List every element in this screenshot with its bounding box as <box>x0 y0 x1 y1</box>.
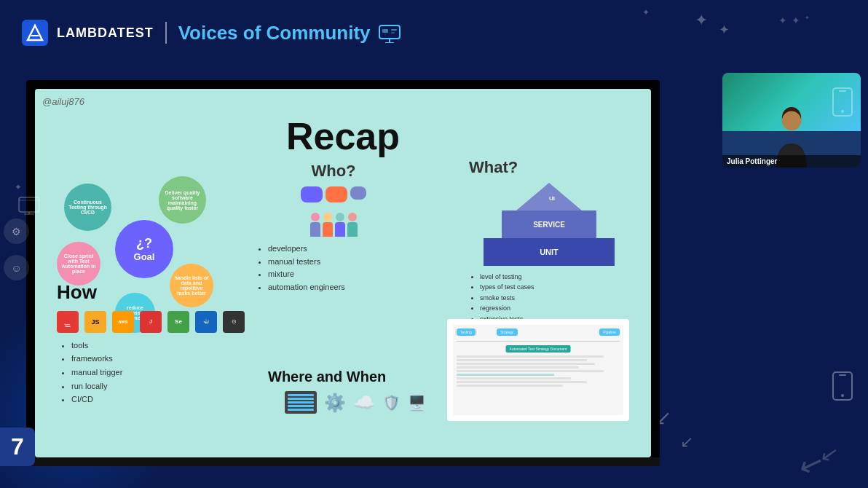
slide-content: @ailuj876 Recap Continuous Testing throu… <box>35 89 651 457</box>
svg-rect-15 <box>19 197 39 212</box>
shield-icon: 🛡️ <box>382 394 401 412</box>
testing-pyramid: UI SERVICE UNIT <box>469 183 629 266</box>
video-bottom-bar <box>26 457 660 466</box>
bubble-quality: Deliver quality software maintaining qua… <box>159 176 206 224</box>
svg-rect-4 <box>382 29 388 33</box>
pyramid-service: SERVICE <box>502 210 596 238</box>
how-item-3: manual trigger <box>71 366 261 379</box>
jenkins-icon: J <box>140 311 162 333</box>
smiley-icon: ☺ <box>4 255 29 280</box>
chat-bubbles <box>301 186 366 202</box>
monitor-icon: 🖥️ <box>408 394 426 412</box>
phone-icon-top-right <box>828 84 857 120</box>
bubble-ci-cd: Continuous Testing through CI/CD <box>64 184 111 231</box>
main-content: @ailuj876 Recap Continuous Testing throu… <box>0 66 686 488</box>
how-title: How <box>57 281 261 304</box>
where-section: Where and When ⚙️ ☁️ 🛡️ <box>268 369 443 414</box>
javascript-icon: JS <box>84 311 106 333</box>
person-2 <box>323 213 333 237</box>
bubble-goal: ¿? Goal <box>115 220 173 278</box>
chat-bubble-orange <box>326 186 347 202</box>
who-item-2: manual testers <box>268 256 414 269</box>
svg-point-13 <box>841 394 844 397</box>
what-item-4: regression <box>480 303 629 313</box>
where-icons: ⚙️ ☁️ 🛡️ 🖥️ <box>268 391 443 414</box>
diagram-rows <box>457 355 620 388</box>
chat-bubble-purple <box>301 186 323 202</box>
tech-icons-row: JS aws J Se 🐳 <box>57 311 261 333</box>
lambdatest-logo-icon <box>22 20 48 46</box>
pyramid-top: UI <box>516 183 582 210</box>
people-illustration <box>253 213 414 237</box>
who-item-4: automation engineers <box>268 281 414 294</box>
what-item-2: types of test cases <box>480 282 629 292</box>
aws-icon: aws <box>112 311 134 333</box>
how-item-4: run locally <box>71 379 261 393</box>
slide-title: Recap <box>57 114 629 158</box>
docker-icon: 🐳 <box>195 311 217 333</box>
diagram-node-3: Pipeline <box>599 328 620 336</box>
who-item-1: developers <box>268 243 414 256</box>
who-item-3: mixture <box>268 268 414 281</box>
diagram-inner: Testing Strategy Pipeline Automated Test… <box>453 325 623 415</box>
header-divider <box>165 22 167 44</box>
settings-icon: ⚙ <box>4 219 29 244</box>
speaker-name: Julia Pottinger <box>722 155 861 168</box>
chat-bubble-small <box>350 186 366 200</box>
svg-rect-14 <box>839 374 846 376</box>
who-title: Who? <box>253 162 414 181</box>
selenium-icon: Se <box>167 311 189 333</box>
test-strategy-badge: Automated Test Strategy Document <box>506 345 571 353</box>
header: LAMBDATEST Voices of Community <box>0 0 868 66</box>
how-list: tools frameworks manual trigger run loca… <box>57 339 261 406</box>
how-item-2: frameworks <box>71 352 261 366</box>
pyramid-unit: UNIT <box>484 238 615 266</box>
where-title: Where and When <box>268 369 443 385</box>
svg-point-10 <box>841 110 844 113</box>
who-section: Who? <box>253 162 414 294</box>
bubble-sprint: Close sprint with Test Automation in pla… <box>57 242 100 286</box>
cloud-icon: ☁️ <box>353 393 375 413</box>
what-title: What? <box>469 158 629 177</box>
logo-area: LAMBDATEST <box>22 20 154 46</box>
logo-text: LAMBDATEST <box>57 25 154 41</box>
svg-point-8 <box>782 111 801 130</box>
diagram-screenshot: Testing Strategy Pipeline Automated Test… <box>447 319 629 421</box>
slide-number-badge: 7 <box>0 428 35 466</box>
how-item-5: CI/CD <box>71 393 261 406</box>
circleci-icon: ⊙ <box>223 311 245 333</box>
what-item-1: level of testing <box>480 272 629 282</box>
server-rack-icon <box>285 391 317 414</box>
left-side-panel: ⚙ ☺ <box>4 219 29 280</box>
person-4 <box>347 213 358 237</box>
media-icon-left <box>18 197 40 219</box>
how-section: How JS aws <box>57 281 261 406</box>
phone-icon-bottom-right <box>828 368 857 404</box>
person-1 <box>310 213 320 237</box>
svg-rect-5 <box>391 29 397 31</box>
voices-title: Voices of Community <box>178 22 401 44</box>
what-section: What? UI SERVICE UNIT level of testing t… <box>469 158 629 345</box>
diagram-node-1: Testing <box>457 328 476 336</box>
java-icon <box>57 311 79 333</box>
diagram-node-2: Strategy <box>497 328 518 336</box>
svg-rect-6 <box>391 32 395 34</box>
presentation-icon <box>378 23 401 43</box>
person-3 <box>335 213 345 237</box>
speaker-panel: Julia Pottinger <box>715 66 868 488</box>
video-frame: @ailuj876 Recap Continuous Testing throu… <box>26 80 660 466</box>
how-item-1: tools <box>71 339 261 353</box>
twitter-handle: @ailuj876 <box>42 96 84 107</box>
gear-cloud-icon: ⚙️ <box>324 393 346 413</box>
svg-rect-11 <box>839 90 846 92</box>
diagram-line <box>457 341 620 342</box>
who-list: developers manual testers mixture automa… <box>253 243 414 294</box>
what-item-3: smoke tests <box>480 293 629 303</box>
pyramid-ui-label: UI <box>537 195 567 202</box>
